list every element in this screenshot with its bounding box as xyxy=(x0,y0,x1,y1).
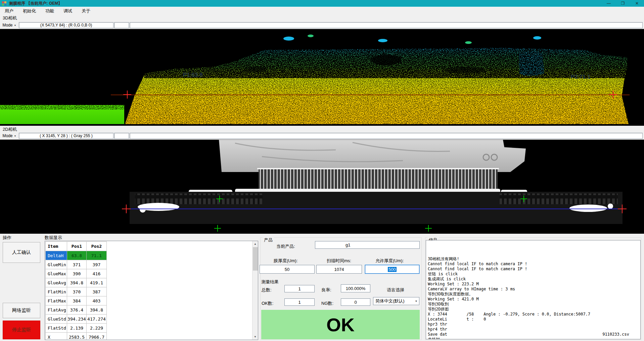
ok-count-field[interactable]: 1 xyxy=(284,298,315,306)
menu-function[interactable]: 功能 xyxy=(41,7,59,15)
scan-time-field[interactable]: 1074 xyxy=(316,265,362,274)
datatable-label: 数据显示 xyxy=(45,235,62,241)
p1-value-label: P1:63.8 xyxy=(183,72,203,78)
cell-pos2: 71.1 xyxy=(87,251,107,260)
heightmap-3d-shapes xyxy=(0,29,644,126)
allow-thickness-field[interactable]: 500 xyxy=(365,265,419,274)
app-icon xyxy=(2,1,6,6)
cell-item: X xyxy=(46,333,67,340)
log-line: 登陆 is click xyxy=(428,272,639,277)
log-line: 等到3D取到灰度图数据。 xyxy=(428,292,639,297)
yield-field[interactable]: 100.000% xyxy=(341,284,370,292)
log-lines: 3D相机没有网络!Cannot find local IF to match c… xyxy=(426,240,640,339)
yield-label: 良率: xyxy=(321,287,331,293)
window-title: 测膜程序 【当前用户: OEM】 xyxy=(9,1,62,6)
camera2d-label: 2D相机 xyxy=(3,126,17,132)
table-row[interactable]: GlueMax 390 416 xyxy=(46,269,107,278)
cell-pos2: 394.8 xyxy=(87,305,107,315)
cell-pos1: 390 xyxy=(67,269,87,278)
log-line: Save dat 9110233.csv xyxy=(428,332,639,337)
restore-icon[interactable]: ❐ xyxy=(616,0,630,7)
scroll-up-icon[interactable]: ▲ xyxy=(252,241,258,247)
cell-item: GlueMin xyxy=(46,260,67,269)
camera2d-mode-button[interactable]: Mode▼ xyxy=(0,132,19,139)
log-line: Working Set : 223.2 M xyxy=(428,282,639,287)
grayscale-2d-view[interactable] xyxy=(0,139,644,233)
log-line: 共耗时 xyxy=(428,337,639,339)
language-select[interactable]: 简体中文(默认) ▼ xyxy=(373,297,419,305)
log-line: hpr3 thr xyxy=(428,322,639,327)
datatable-panel: Item Pos1 Pos2 DeltaH 63.8 71.1 GlueMin … xyxy=(45,241,258,340)
table-row[interactable]: FlatMin 370 387 xyxy=(46,287,107,296)
ng-count-field[interactable]: 0 xyxy=(341,298,370,306)
camera3d-pixel-status: (X 5473,Y 84) : (R 0,G 0,B 0) xyxy=(19,22,113,28)
current-product-field[interactable]: g1 xyxy=(315,241,420,249)
result-banner: OK xyxy=(261,310,420,339)
table-row[interactable]: GlueStd 394.234 417.274 xyxy=(46,315,107,324)
camera3d-mode-bar: Mode▼ (X 5473,Y 84) : (R 0,G 0,B 0) xyxy=(0,21,644,29)
scan-time-label: 扫描时间ms: xyxy=(327,258,351,264)
table-row[interactable]: GlueMin 371 397 xyxy=(46,260,107,269)
table-row[interactable]: FlatMax 384 403 xyxy=(46,296,107,305)
cell-pos2: 387 xyxy=(87,287,107,296)
total-field[interactable]: 1 xyxy=(284,285,315,292)
camera3d-mode-box-3 xyxy=(130,22,643,28)
menu-user[interactable]: 用户 xyxy=(0,7,18,15)
cell-item: FlatAvg xyxy=(46,305,67,315)
datatable-scrollbar[interactable]: ▲ ▼ xyxy=(252,241,258,340)
cell-pos1: 384 xyxy=(67,296,87,305)
operations-label: 操作 xyxy=(3,235,11,241)
info-log-panel: 3D相机没有网络!Cannot find local IF to match c… xyxy=(426,240,641,339)
stop-listen-button[interactable]: 停止监听 xyxy=(3,321,40,339)
chevron-down-icon: ▼ xyxy=(14,135,16,137)
ng-count-label: NG数: xyxy=(321,300,333,306)
film-thickness-label: 膜厚度(Um): xyxy=(274,258,298,264)
manual-confirm-button[interactable]: 人工确认 xyxy=(3,242,40,263)
cell-pos2: 416 xyxy=(87,269,107,278)
table-row[interactable]: X 2583.5 7966.7 xyxy=(46,333,107,340)
table-header-row: Item Pos1 Pos2 xyxy=(46,242,107,251)
result-label: 测量结果 xyxy=(261,279,279,285)
allow-thickness-label: 允许厚度(Um): xyxy=(375,258,404,264)
menu-about[interactable]: 关于 xyxy=(77,7,95,15)
camera2d-mode-box-2 xyxy=(114,133,129,139)
table-row[interactable]: FlatAvg 376.4 394.8 xyxy=(46,305,107,315)
chevron-down-icon: ▼ xyxy=(413,300,419,303)
log-line: X : 3744 /58 Angle : -0.279, Score : 0.0… xyxy=(428,312,639,317)
camera3d-mode-box-2 xyxy=(114,22,129,28)
cell-pos1: 2583.5 xyxy=(67,333,87,340)
title-bar: 测膜程序 【当前用户: OEM】 — ❐ ✕ xyxy=(0,0,644,7)
log-line: Cannot find local IF to match camera IP … xyxy=(428,267,639,272)
cell-item: FlatStd xyxy=(46,324,67,333)
cell-item: GlueAvg xyxy=(46,278,67,287)
network-listen-button[interactable]: 网络监听 xyxy=(3,303,40,318)
grayscale-2d-shapes xyxy=(0,140,644,234)
film-thickness-field[interactable]: 50 xyxy=(260,265,315,274)
camera3d-mode-button[interactable]: Mode▼ xyxy=(0,22,19,29)
col-pos1: Pos1 xyxy=(67,242,87,251)
table-row[interactable]: GlueAvg 394.8 419.1 xyxy=(46,278,107,287)
table-row[interactable]: DeltaH 63.8 71.1 xyxy=(46,251,107,260)
menu-bar: 用户 初始化 功能 调试 关于 xyxy=(0,7,644,15)
cell-pos2: 2.229 xyxy=(87,324,107,333)
scroll-down-icon[interactable]: ▼ xyxy=(252,334,258,340)
heightmap-3d-view[interactable]: P1:63.8 P2:71.1 xyxy=(0,29,644,125)
log-line: 等到3D取到 xyxy=(428,302,639,307)
cell-pos1: 371 xyxy=(67,260,87,269)
cell-pos1: 370 xyxy=(67,287,87,296)
menu-initialize[interactable]: 初始化 xyxy=(18,7,41,15)
cell-item: GlueMax xyxy=(46,269,67,278)
log-line: 等到2D拼图 xyxy=(428,307,639,312)
scrollbar-thumb[interactable] xyxy=(253,247,258,271)
selected-text: 500 xyxy=(388,267,397,272)
cell-pos1: 2.139 xyxy=(67,324,87,333)
log-line: 集成调试 is click xyxy=(428,277,639,282)
minimize-icon[interactable]: — xyxy=(602,0,616,7)
menu-debug[interactable]: 调试 xyxy=(59,7,77,15)
table-row[interactable]: FlatStd 2.139 2.229 xyxy=(46,324,107,333)
close-icon[interactable]: ✕ xyxy=(630,0,644,7)
log-line: Working Set : 421.0 M xyxy=(428,297,639,302)
cell-pos1: 63.8 xyxy=(67,251,87,260)
camera2d-mode-box-3 xyxy=(130,133,643,139)
language-value: 简体中文(默认) xyxy=(375,298,405,304)
